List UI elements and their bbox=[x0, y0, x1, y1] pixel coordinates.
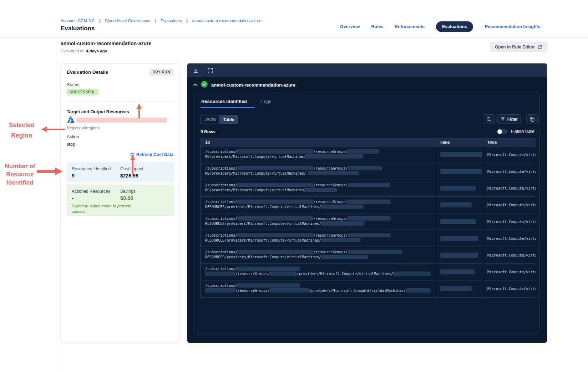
cost-impact-label: Cost Impact bbox=[120, 166, 143, 171]
column-header-name[interactable]: name bbox=[436, 138, 483, 146]
table-row[interactable]: /subscriptions//resourceGroups/RESOURCES… bbox=[201, 197, 536, 213]
action-label: Action bbox=[67, 134, 79, 139]
tab-logs[interactable]: Logs bbox=[261, 99, 271, 104]
tab-overview[interactable]: Overview bbox=[340, 24, 360, 29]
table-row[interactable]: /subscriptions//resourceGroups/RESOURCES… bbox=[201, 213, 536, 230]
tab-recommendation-insights[interactable]: Recommendation Insights bbox=[485, 24, 540, 29]
id-line: RESOURCES/providers/Microsoft.Compute/vi… bbox=[205, 205, 431, 210]
table-row[interactable]: /subscriptions//resourceGroups//provider… bbox=[201, 264, 536, 280]
id-text: /subscriptions/ bbox=[205, 233, 237, 237]
id-line: /subscriptions//resourceGroups/ bbox=[205, 166, 431, 171]
id-line: RG/providers/Microsoft.Compute/virtualMa… bbox=[205, 154, 431, 159]
view-toggle: JSON Table bbox=[201, 115, 238, 124]
breadcrumb: Account: CCM-NG ❯ Cloud Asset Governance… bbox=[61, 19, 262, 23]
refresh-cost-data-link[interactable]: Refresh Cost Data bbox=[130, 152, 173, 157]
table-row[interactable]: /subscriptions//resourceGroups//provider… bbox=[201, 280, 536, 297]
fullscreen-icon bbox=[208, 68, 213, 73]
column-header-type[interactable]: type bbox=[483, 138, 536, 146]
search-button[interactable] bbox=[483, 114, 495, 124]
id-text: /subscriptions/ bbox=[205, 183, 237, 187]
breadcrumb-rule-name[interactable]: anmol-custom-recommendation-azure bbox=[192, 19, 261, 23]
annotation-resources-identified: Number of Resource identified bbox=[1, 162, 39, 187]
column-header-id[interactable]: id bbox=[201, 138, 436, 146]
success-check-icon bbox=[201, 81, 208, 88]
redacted-value bbox=[237, 149, 313, 154]
cell-type: Microsoft.Compute/virtu bbox=[483, 180, 536, 196]
redacted-value bbox=[393, 272, 431, 276]
actioned-savings-box: Actioned Resources - Savings $0.00 Switc… bbox=[67, 185, 174, 216]
evaluated-at-value: 4 days ago bbox=[86, 49, 107, 53]
id-text: RG/providers/Microsoft.Compute/virtualMa… bbox=[205, 155, 306, 159]
copy-button[interactable] bbox=[526, 114, 538, 124]
breadcrumb-evaluations[interactable]: Evaluations bbox=[161, 19, 182, 23]
redacted-value bbox=[237, 200, 313, 204]
evaluated-at-label: Evaluated at: bbox=[61, 49, 85, 53]
table-row[interactable]: /subscriptions//resourceGroups/RESOURCES… bbox=[201, 230, 536, 247]
redacted-value bbox=[321, 205, 363, 209]
id-line: /subscriptions/ bbox=[205, 267, 431, 272]
table-row[interactable]: /subscriptions//resourceGroups/RG/provid… bbox=[201, 180, 536, 197]
breadcrumb-chevron-icon: ❯ bbox=[154, 19, 157, 23]
cost-impact-value: $226.96 bbox=[120, 173, 138, 179]
table-row[interactable]: /subscriptions//resourceGroups/RESOURCES… bbox=[201, 247, 536, 264]
cell-id: /subscriptions//resourceGroups/RESOURCES… bbox=[201, 230, 436, 247]
tab-evaluations-active[interactable]: Evaluations bbox=[436, 21, 473, 32]
external-link-icon bbox=[538, 45, 542, 49]
id-text: /subscriptions/ bbox=[205, 166, 237, 170]
download-button[interactable] bbox=[192, 66, 200, 75]
open-rule-editor-button[interactable]: Open in Rule Editor bbox=[490, 42, 547, 52]
id-text: /subscriptions/ bbox=[205, 250, 237, 254]
breadcrumb-governance[interactable]: Cloud Asset Governance bbox=[105, 19, 150, 23]
evaluation-name-title: anmol-custom-recommendation-azure bbox=[61, 41, 151, 46]
id-text: RESOURCES/providers/Microsoft.Compute/vi… bbox=[205, 238, 321, 242]
redacted-value bbox=[237, 283, 300, 288]
cell-id: /subscriptions//resourceGroups/RESOURCES… bbox=[201, 197, 436, 213]
id-line: /subscriptions//resourceGroups/ bbox=[205, 216, 431, 221]
toggle-track[interactable] bbox=[497, 129, 507, 134]
cell-type: Microsoft.Compute/virtu bbox=[483, 213, 536, 230]
redacted-value bbox=[237, 216, 313, 221]
table-row[interactable]: /subscriptions//resourceGroups/RG/provid… bbox=[201, 146, 536, 163]
redacted-value bbox=[348, 233, 391, 237]
azure-icon bbox=[67, 116, 75, 123]
status-label: Status bbox=[67, 82, 79, 87]
results-card: Resources Identified Logs JSON Table Fil… bbox=[194, 92, 540, 334]
cell-type: Microsoft.Compute/virtu bbox=[483, 247, 536, 263]
flatten-table-toggle[interactable]: Flatten table bbox=[497, 129, 534, 134]
panel-rule-title: anmol-custom-recommendation-azure bbox=[211, 82, 295, 88]
redacted-value bbox=[237, 233, 313, 237]
id-line: RG/providers/Microsoft.Compute/virtualMa… bbox=[205, 171, 431, 176]
redacted-value bbox=[237, 250, 313, 254]
breadcrumb-account[interactable]: Account: CCM-NG bbox=[61, 19, 95, 23]
cell-name bbox=[436, 264, 483, 280]
evaluated-at: Evaluated at:4 days ago bbox=[61, 49, 107, 53]
cell-type: Microsoft.Compute/virtu bbox=[483, 264, 536, 280]
top-nav: Overview Rules Enforcements Evaluations … bbox=[340, 21, 540, 32]
cell-id: /subscriptions//resourceGroups//provider… bbox=[201, 264, 436, 280]
tab-enforcements[interactable]: Enforcements bbox=[395, 24, 425, 29]
redacted-value bbox=[440, 219, 476, 224]
cell-name bbox=[436, 197, 483, 213]
redacted-value bbox=[440, 269, 475, 274]
cell-name bbox=[436, 230, 483, 247]
tab-resources-identified[interactable]: Resources Identified bbox=[201, 99, 247, 104]
tab-rules[interactable]: Rules bbox=[371, 24, 384, 29]
view-toggle-table[interactable]: Table bbox=[220, 115, 238, 124]
filter-button[interactable]: Filter bbox=[497, 114, 521, 124]
target-resources-label: Target and Output Resources bbox=[67, 109, 129, 114]
id-line: /subscriptions//resourceGroups/ bbox=[205, 149, 431, 154]
redacted-value bbox=[237, 267, 300, 271]
card-divider bbox=[67, 102, 173, 102]
table-row[interactable]: /subscriptions//resourceGroups/RG/provid… bbox=[201, 163, 536, 180]
flatten-table-label: Flatten table bbox=[511, 129, 534, 134]
table-body: /subscriptions//resourceGroups/RG/provid… bbox=[201, 146, 536, 297]
id-line: RG/providers/Microsoft.Compute/virtualMa… bbox=[205, 188, 431, 193]
collapse-chevron-icon[interactable] bbox=[193, 83, 198, 86]
id-line: /resourceGroups//providers/Microsoft.Com… bbox=[205, 272, 431, 277]
view-toggle-json[interactable]: JSON bbox=[201, 115, 220, 124]
resources-identified-label: Resources Identified bbox=[72, 166, 111, 171]
fullscreen-button[interactable] bbox=[206, 66, 214, 75]
copy-icon bbox=[529, 117, 535, 122]
id-line: RESOURCES/providers/Microsoft.Compute/vi… bbox=[205, 238, 431, 243]
cell-type: Microsoft.Compute/virtu bbox=[483, 280, 536, 297]
